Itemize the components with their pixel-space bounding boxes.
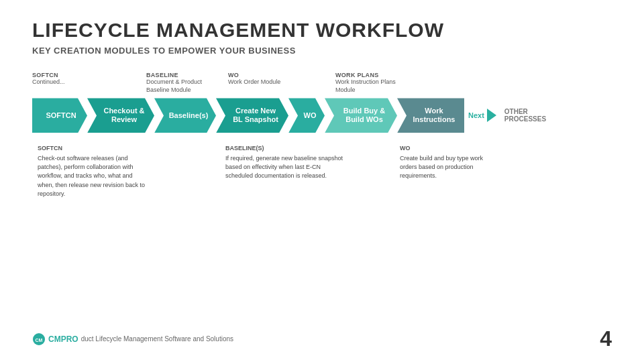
desc-softcn-title: SOFTCN	[38, 145, 148, 152]
footer: CM CMPRO duct Lifecycle Management Softw…	[32, 326, 612, 351]
ribbon-wi-label: Work Instructions	[413, 107, 455, 124]
ribbon-create-label: Create New BL Snapshot	[233, 107, 278, 124]
desc-softcn: SOFTCN Check-out software releases (and …	[32, 145, 153, 198]
baseline-label-block: BASELINE Document & Product Baseline Mod…	[87, 72, 221, 94]
footer-left: CM CMPRO duct Lifecycle Management Softw…	[32, 333, 233, 346]
footer-logo-text: CMPRO	[48, 335, 78, 344]
ribbon-softcn: SOFTCN	[32, 98, 87, 133]
ribbon-checkout: Checkout & Review	[87, 98, 154, 133]
desc-softcn-text: Check-out software releases (and patches…	[38, 154, 148, 198]
page-number: 4	[600, 326, 612, 351]
description-row: SOFTCN Check-out software releases (and …	[32, 145, 612, 198]
next-label: Next	[468, 111, 484, 119]
baseline-label-title: BASELINE	[146, 72, 221, 78]
other-processes: OTHER PROCESSES	[500, 98, 546, 133]
footer-text: duct Lifecycle Management Software and S…	[81, 335, 233, 343]
wo-label-desc: Work Order Module	[228, 78, 302, 86]
page-title: LIFECYCLE MANAGEMENT WORKFLOW	[32, 19, 612, 42]
ribbon-buildbuy-label: Build Buy & Build WOs	[343, 107, 385, 124]
next-button[interactable]: Next	[464, 98, 500, 133]
desc-wo-title: WO	[400, 145, 496, 152]
ribbon-baselines: Baseline(s)	[154, 98, 216, 133]
desc-wo: WO Create build and buy type work orders…	[394, 145, 502, 198]
wp-label-title: WORK PLANS	[335, 72, 612, 78]
softcn-label-desc: Continued...	[32, 78, 87, 86]
ribbon-row: SOFTCN Checkout & Review Baseline(s) Cre…	[32, 98, 612, 133]
ribbon-softcn-label: SOFTCN	[46, 111, 76, 120]
ribbon-create-new: Create New BL Snapshot	[216, 98, 288, 133]
softcn-label-block: SOFTCN Continued...	[32, 72, 87, 94]
wo-label-block: WO Work Order Module	[221, 72, 302, 94]
svg-text:CM: CM	[36, 338, 43, 343]
wo-label-title: WO	[228, 72, 302, 78]
ribbon-build-buy: Build Buy & Build WOs	[325, 98, 397, 133]
ribbon-work-instructions: Work Instructions	[397, 98, 464, 133]
wp-label-block: WORK PLANS Work Instruction Plans Module	[302, 72, 612, 94]
wp-label-desc: Work Instruction Plans Module	[335, 78, 409, 94]
ribbon-wo-label: WO	[304, 111, 317, 120]
desc-wo-text: Create build and buy type work orders ba…	[400, 154, 496, 180]
softcn-label-title: SOFTCN	[32, 72, 87, 78]
desc-baselines-text: If required, generate new baseline snaps…	[225, 154, 349, 180]
baseline-label-desc: Document & Product Baseline Module	[146, 78, 220, 94]
page-subtitle: KEY CREATION MODULES TO EMPOWER YOUR BUS…	[32, 46, 612, 56]
other-label-1: OTHER	[504, 108, 528, 115]
desc-baselines: BASELINE(S) If required, generate new ba…	[220, 145, 354, 198]
next-arrow-icon	[487, 109, 496, 122]
ribbon-wo: WO	[288, 98, 325, 133]
labels-row: SOFTCN Continued... BASELINE Document & …	[32, 72, 612, 94]
other-label-2: PROCESSES	[504, 115, 546, 123]
desc-baselines-title: BASELINE(S)	[225, 145, 349, 152]
ribbon-baselines-label: Baseline(s)	[169, 111, 209, 120]
ribbon-checkout-label: Checkout & Review	[103, 107, 144, 124]
cmpro-logo-icon: CM	[32, 333, 46, 346]
